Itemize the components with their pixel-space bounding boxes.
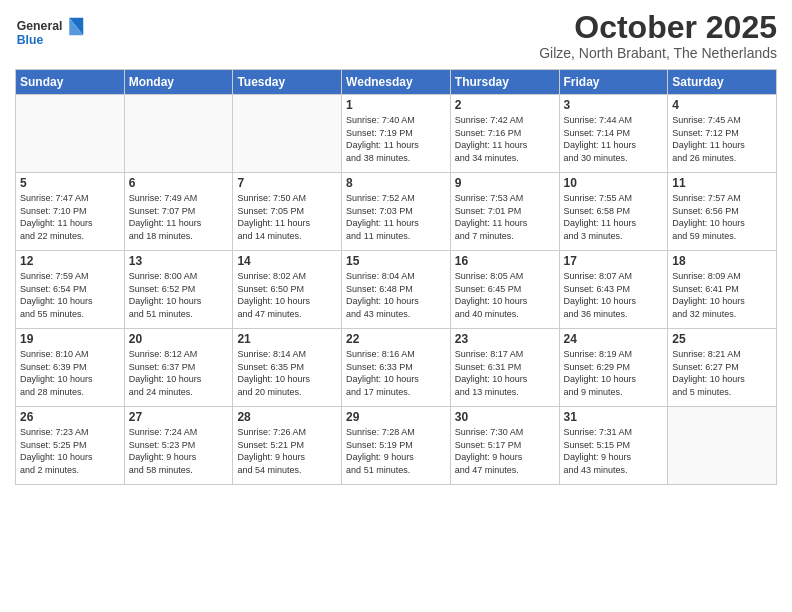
calendar-cell: 29Sunrise: 7:28 AM Sunset: 5:19 PM Dayli… [342, 407, 451, 485]
day-number: 22 [346, 332, 446, 346]
day-number: 30 [455, 410, 555, 424]
calendar-cell: 9Sunrise: 7:53 AM Sunset: 7:01 PM Daylig… [450, 173, 559, 251]
svg-text:General: General [17, 19, 63, 33]
day-number: 17 [564, 254, 664, 268]
day-number: 11 [672, 176, 772, 190]
day-info: Sunrise: 8:05 AM Sunset: 6:45 PM Dayligh… [455, 270, 555, 320]
calendar-cell: 24Sunrise: 8:19 AM Sunset: 6:29 PM Dayli… [559, 329, 668, 407]
day-number: 26 [20, 410, 120, 424]
day-number: 24 [564, 332, 664, 346]
week-row-3: 19Sunrise: 8:10 AM Sunset: 6:39 PM Dayli… [16, 329, 777, 407]
day-info: Sunrise: 7:55 AM Sunset: 6:58 PM Dayligh… [564, 192, 664, 242]
day-info: Sunrise: 7:28 AM Sunset: 5:19 PM Dayligh… [346, 426, 446, 476]
calendar-cell: 11Sunrise: 7:57 AM Sunset: 6:56 PM Dayli… [668, 173, 777, 251]
day-number: 29 [346, 410, 446, 424]
day-info: Sunrise: 7:50 AM Sunset: 7:05 PM Dayligh… [237, 192, 337, 242]
calendar-cell: 14Sunrise: 8:02 AM Sunset: 6:50 PM Dayli… [233, 251, 342, 329]
calendar-cell [233, 95, 342, 173]
day-info: Sunrise: 7:49 AM Sunset: 7:07 PM Dayligh… [129, 192, 229, 242]
calendar-cell: 6Sunrise: 7:49 AM Sunset: 7:07 PM Daylig… [124, 173, 233, 251]
location-title: Gilze, North Brabant, The Netherlands [539, 45, 777, 61]
svg-text:Blue: Blue [17, 33, 44, 47]
logo-icon: General Blue [15, 10, 85, 55]
day-info: Sunrise: 7:26 AM Sunset: 5:21 PM Dayligh… [237, 426, 337, 476]
day-info: Sunrise: 8:17 AM Sunset: 6:31 PM Dayligh… [455, 348, 555, 398]
day-number: 21 [237, 332, 337, 346]
calendar-cell [16, 95, 125, 173]
calendar-cell: 17Sunrise: 8:07 AM Sunset: 6:43 PM Dayli… [559, 251, 668, 329]
day-number: 3 [564, 98, 664, 112]
day-info: Sunrise: 8:19 AM Sunset: 6:29 PM Dayligh… [564, 348, 664, 398]
calendar-cell: 19Sunrise: 8:10 AM Sunset: 6:39 PM Dayli… [16, 329, 125, 407]
day-number: 19 [20, 332, 120, 346]
calendar-cell: 8Sunrise: 7:52 AM Sunset: 7:03 PM Daylig… [342, 173, 451, 251]
calendar-cell: 30Sunrise: 7:30 AM Sunset: 5:17 PM Dayli… [450, 407, 559, 485]
week-row-4: 26Sunrise: 7:23 AM Sunset: 5:25 PM Dayli… [16, 407, 777, 485]
weekday-header-friday: Friday [559, 70, 668, 95]
calendar-cell: 27Sunrise: 7:24 AM Sunset: 5:23 PM Dayli… [124, 407, 233, 485]
weekday-header-row: SundayMondayTuesdayWednesdayThursdayFrid… [16, 70, 777, 95]
day-number: 13 [129, 254, 229, 268]
day-info: Sunrise: 8:00 AM Sunset: 6:52 PM Dayligh… [129, 270, 229, 320]
day-info: Sunrise: 8:04 AM Sunset: 6:48 PM Dayligh… [346, 270, 446, 320]
day-info: Sunrise: 7:42 AM Sunset: 7:16 PM Dayligh… [455, 114, 555, 164]
day-number: 4 [672, 98, 772, 112]
day-info: Sunrise: 8:16 AM Sunset: 6:33 PM Dayligh… [346, 348, 446, 398]
calendar-cell: 4Sunrise: 7:45 AM Sunset: 7:12 PM Daylig… [668, 95, 777, 173]
day-number: 2 [455, 98, 555, 112]
week-row-2: 12Sunrise: 7:59 AM Sunset: 6:54 PM Dayli… [16, 251, 777, 329]
calendar-cell: 3Sunrise: 7:44 AM Sunset: 7:14 PM Daylig… [559, 95, 668, 173]
weekday-header-thursday: Thursday [450, 70, 559, 95]
week-row-0: 1Sunrise: 7:40 AM Sunset: 7:19 PM Daylig… [16, 95, 777, 173]
title-block: October 2025 Gilze, North Brabant, The N… [539, 10, 777, 61]
day-number: 12 [20, 254, 120, 268]
week-row-1: 5Sunrise: 7:47 AM Sunset: 7:10 PM Daylig… [16, 173, 777, 251]
day-info: Sunrise: 7:30 AM Sunset: 5:17 PM Dayligh… [455, 426, 555, 476]
weekday-header-sunday: Sunday [16, 70, 125, 95]
day-info: Sunrise: 8:21 AM Sunset: 6:27 PM Dayligh… [672, 348, 772, 398]
day-number: 7 [237, 176, 337, 190]
day-info: Sunrise: 7:23 AM Sunset: 5:25 PM Dayligh… [20, 426, 120, 476]
calendar-cell: 25Sunrise: 8:21 AM Sunset: 6:27 PM Dayli… [668, 329, 777, 407]
day-number: 15 [346, 254, 446, 268]
day-info: Sunrise: 7:57 AM Sunset: 6:56 PM Dayligh… [672, 192, 772, 242]
day-info: Sunrise: 7:53 AM Sunset: 7:01 PM Dayligh… [455, 192, 555, 242]
calendar-cell: 16Sunrise: 8:05 AM Sunset: 6:45 PM Dayli… [450, 251, 559, 329]
calendar-cell: 15Sunrise: 8:04 AM Sunset: 6:48 PM Dayli… [342, 251, 451, 329]
calendar-cell [668, 407, 777, 485]
day-number: 18 [672, 254, 772, 268]
day-info: Sunrise: 7:31 AM Sunset: 5:15 PM Dayligh… [564, 426, 664, 476]
day-info: Sunrise: 7:52 AM Sunset: 7:03 PM Dayligh… [346, 192, 446, 242]
calendar-cell: 21Sunrise: 8:14 AM Sunset: 6:35 PM Dayli… [233, 329, 342, 407]
day-info: Sunrise: 7:40 AM Sunset: 7:19 PM Dayligh… [346, 114, 446, 164]
calendar-cell [124, 95, 233, 173]
page: General Blue October 2025 Gilze, North B… [0, 0, 792, 612]
day-number: 14 [237, 254, 337, 268]
day-info: Sunrise: 7:44 AM Sunset: 7:14 PM Dayligh… [564, 114, 664, 164]
day-number: 28 [237, 410, 337, 424]
calendar-cell: 26Sunrise: 7:23 AM Sunset: 5:25 PM Dayli… [16, 407, 125, 485]
day-number: 16 [455, 254, 555, 268]
day-info: Sunrise: 8:10 AM Sunset: 6:39 PM Dayligh… [20, 348, 120, 398]
day-number: 10 [564, 176, 664, 190]
calendar-cell: 28Sunrise: 7:26 AM Sunset: 5:21 PM Dayli… [233, 407, 342, 485]
day-number: 6 [129, 176, 229, 190]
day-info: Sunrise: 8:09 AM Sunset: 6:41 PM Dayligh… [672, 270, 772, 320]
calendar-cell: 13Sunrise: 8:00 AM Sunset: 6:52 PM Dayli… [124, 251, 233, 329]
day-number: 20 [129, 332, 229, 346]
calendar-cell: 1Sunrise: 7:40 AM Sunset: 7:19 PM Daylig… [342, 95, 451, 173]
day-number: 8 [346, 176, 446, 190]
weekday-header-tuesday: Tuesday [233, 70, 342, 95]
day-info: Sunrise: 8:02 AM Sunset: 6:50 PM Dayligh… [237, 270, 337, 320]
day-number: 9 [455, 176, 555, 190]
day-number: 27 [129, 410, 229, 424]
day-info: Sunrise: 7:47 AM Sunset: 7:10 PM Dayligh… [20, 192, 120, 242]
day-info: Sunrise: 7:24 AM Sunset: 5:23 PM Dayligh… [129, 426, 229, 476]
calendar-cell: 18Sunrise: 8:09 AM Sunset: 6:41 PM Dayli… [668, 251, 777, 329]
day-info: Sunrise: 8:14 AM Sunset: 6:35 PM Dayligh… [237, 348, 337, 398]
calendar: SundayMondayTuesdayWednesdayThursdayFrid… [15, 69, 777, 485]
weekday-header-saturday: Saturday [668, 70, 777, 95]
weekday-header-monday: Monday [124, 70, 233, 95]
calendar-cell: 31Sunrise: 7:31 AM Sunset: 5:15 PM Dayli… [559, 407, 668, 485]
day-number: 5 [20, 176, 120, 190]
